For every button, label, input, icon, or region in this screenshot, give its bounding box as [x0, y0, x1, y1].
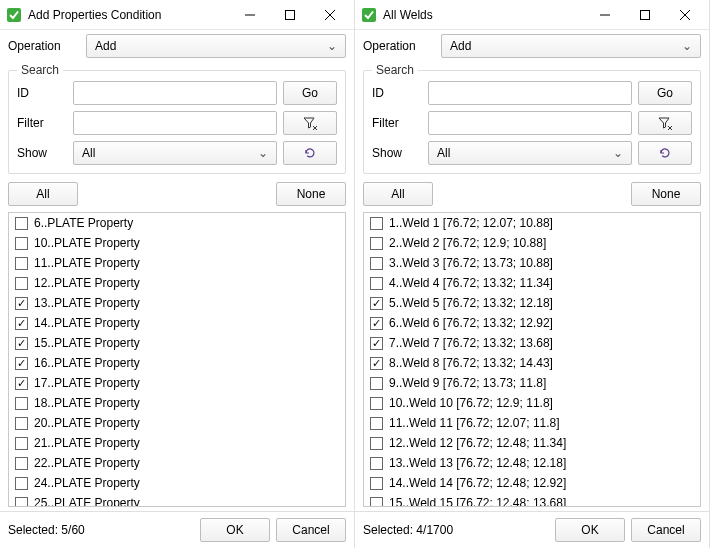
list-item[interactable]: 7..Weld 7 [76.72; 13.32; 13.68]: [364, 333, 700, 353]
minimize-button[interactable]: [585, 0, 625, 30]
list-item[interactable]: 16..PLATE Property: [9, 353, 345, 373]
cancel-button[interactable]: Cancel: [631, 518, 701, 542]
minimize-button[interactable]: [230, 0, 270, 30]
select-all-button[interactable]: All: [8, 182, 78, 206]
list-item[interactable]: 18..PLATE Property: [9, 393, 345, 413]
list-item[interactable]: 6..PLATE Property: [9, 213, 345, 233]
operation-combo[interactable]: Add ⌄: [441, 34, 701, 58]
list-item[interactable]: 9..Weld 9 [76.72; 13.73; 11.8]: [364, 373, 700, 393]
checkbox[interactable]: [370, 497, 383, 507]
list-item[interactable]: 24..PLATE Property: [9, 473, 345, 493]
go-button[interactable]: Go: [638, 81, 692, 105]
checkbox[interactable]: [15, 277, 28, 290]
checkbox[interactable]: [15, 297, 28, 310]
list-item[interactable]: 14..Weld 14 [76.72; 12.48; 12.92]: [364, 473, 700, 493]
search-group-title: Search: [372, 63, 418, 77]
checkbox[interactable]: [370, 417, 383, 430]
checkbox[interactable]: [370, 397, 383, 410]
list-item[interactable]: 3..Weld 3 [76.72; 13.73; 10.88]: [364, 253, 700, 273]
list-item[interactable]: 4..Weld 4 [76.72; 13.32; 11.34]: [364, 273, 700, 293]
close-button[interactable]: [310, 0, 350, 30]
list-item[interactable]: 20..PLATE Property: [9, 413, 345, 433]
filter-input[interactable]: [428, 111, 632, 135]
property-list[interactable]: 6..PLATE Property10..PLATE Property11..P…: [9, 213, 345, 506]
list-item[interactable]: 14..PLATE Property: [9, 313, 345, 333]
list-item[interactable]: 22..PLATE Property: [9, 453, 345, 473]
list-item[interactable]: 12..Weld 12 [76.72; 12.48; 11.34]: [364, 433, 700, 453]
checkbox[interactable]: [15, 357, 28, 370]
list-item-label: 21..PLATE Property: [34, 436, 140, 450]
list-item[interactable]: 11..PLATE Property: [9, 253, 345, 273]
checkbox[interactable]: [15, 237, 28, 250]
list-item[interactable]: 5..Weld 5 [76.72; 13.32; 12.18]: [364, 293, 700, 313]
checkbox[interactable]: [370, 337, 383, 350]
ok-button[interactable]: OK: [555, 518, 625, 542]
list-item-label: 1..Weld 1 [76.72; 12.07; 10.88]: [389, 216, 553, 230]
checkbox[interactable]: [370, 277, 383, 290]
checkbox[interactable]: [370, 457, 383, 470]
operation-label: Operation: [363, 39, 433, 53]
list-item[interactable]: 10..Weld 10 [76.72; 12.9; 11.8]: [364, 393, 700, 413]
checkbox[interactable]: [15, 377, 28, 390]
list-item[interactable]: 10..PLATE Property: [9, 233, 345, 253]
show-combo[interactable]: All ⌄: [428, 141, 632, 165]
checkbox[interactable]: [15, 397, 28, 410]
filter-clear-button[interactable]: [638, 111, 692, 135]
filter-input[interactable]: [73, 111, 277, 135]
list-item[interactable]: 2..Weld 2 [76.72; 12.9; 10.88]: [364, 233, 700, 253]
list-item[interactable]: 25..PLATE Property: [9, 493, 345, 506]
weld-list[interactable]: 1..Weld 1 [76.72; 12.07; 10.88]2..Weld 2…: [364, 213, 700, 506]
cancel-button[interactable]: Cancel: [276, 518, 346, 542]
checkbox[interactable]: [15, 477, 28, 490]
filter-clear-button[interactable]: [283, 111, 337, 135]
checkbox[interactable]: [370, 357, 383, 370]
checkbox[interactable]: [15, 437, 28, 450]
list-item[interactable]: 11..Weld 11 [76.72; 12.07; 11.8]: [364, 413, 700, 433]
list-item[interactable]: 12..PLATE Property: [9, 273, 345, 293]
id-input[interactable]: [428, 81, 632, 105]
id-input[interactable]: [73, 81, 277, 105]
checkbox[interactable]: [15, 497, 28, 507]
checkbox[interactable]: [15, 417, 28, 430]
checkbox[interactable]: [15, 317, 28, 330]
list-item-label: 9..Weld 9 [76.72; 13.73; 11.8]: [389, 376, 546, 390]
select-all-button[interactable]: All: [363, 182, 433, 206]
list-item[interactable]: 6..Weld 6 [76.72; 13.32; 12.92]: [364, 313, 700, 333]
refresh-button[interactable]: [638, 141, 692, 165]
funnel-x-icon: [657, 115, 673, 131]
list-item-label: 13..Weld 13 [76.72; 12.48; 12.18]: [389, 456, 566, 470]
checkbox[interactable]: [370, 297, 383, 310]
checkbox[interactable]: [15, 217, 28, 230]
checkbox[interactable]: [370, 317, 383, 330]
checkbox[interactable]: [15, 337, 28, 350]
checkbox[interactable]: [370, 237, 383, 250]
list-item-label: 17..PLATE Property: [34, 376, 140, 390]
ok-button[interactable]: OK: [200, 518, 270, 542]
checkbox[interactable]: [370, 377, 383, 390]
list-item[interactable]: 8..Weld 8 [76.72; 13.32; 14.43]: [364, 353, 700, 373]
list-item[interactable]: 15..Weld 15 [76.72; 12.48; 13.68]: [364, 493, 700, 506]
list-item[interactable]: 17..PLATE Property: [9, 373, 345, 393]
status-text: Selected: 4/1700: [363, 523, 549, 537]
refresh-button[interactable]: [283, 141, 337, 165]
select-none-button[interactable]: None: [276, 182, 346, 206]
checkbox[interactable]: [370, 257, 383, 270]
list-item[interactable]: 15..PLATE Property: [9, 333, 345, 353]
checkbox[interactable]: [370, 217, 383, 230]
maximize-button[interactable]: [270, 0, 310, 30]
close-button[interactable]: [665, 0, 705, 30]
checkbox[interactable]: [15, 257, 28, 270]
show-value: All: [82, 146, 95, 160]
list-item[interactable]: 13..Weld 13 [76.72; 12.48; 12.18]: [364, 453, 700, 473]
list-item[interactable]: 13..PLATE Property: [9, 293, 345, 313]
go-button[interactable]: Go: [283, 81, 337, 105]
checkbox[interactable]: [370, 477, 383, 490]
list-item[interactable]: 21..PLATE Property: [9, 433, 345, 453]
operation-combo[interactable]: Add ⌄: [86, 34, 346, 58]
checkbox[interactable]: [15, 457, 28, 470]
show-combo[interactable]: All ⌄: [73, 141, 277, 165]
checkbox[interactable]: [370, 437, 383, 450]
list-item[interactable]: 1..Weld 1 [76.72; 12.07; 10.88]: [364, 213, 700, 233]
maximize-button[interactable]: [625, 0, 665, 30]
select-none-button[interactable]: None: [631, 182, 701, 206]
